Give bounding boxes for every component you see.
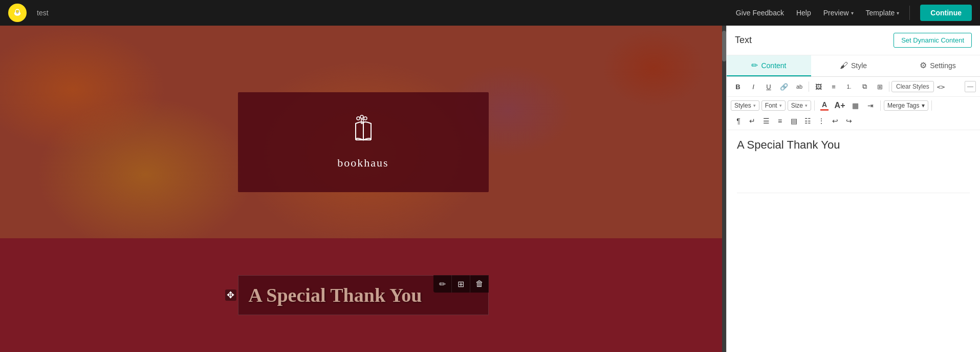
svg-rect-8 bbox=[361, 119, 363, 123]
toolbar2-separator-3 bbox=[931, 100, 932, 111]
size-dropdown[interactable]: Size ▾ bbox=[788, 100, 811, 111]
template-chevron-icon: ▾ bbox=[897, 10, 899, 16]
bold-button[interactable]: B bbox=[731, 80, 745, 93]
template-label: Template bbox=[866, 9, 895, 17]
edit-block-button[interactable]: ✏ bbox=[433, 275, 452, 293]
topnav-links: Give Feedback Help Preview ▾ Template ▾ bbox=[736, 9, 900, 17]
styles-chevron-icon: ▾ bbox=[753, 103, 756, 108]
svg-point-5 bbox=[357, 117, 360, 120]
panel-collapse-button[interactable]: — bbox=[965, 81, 976, 92]
font-chevron-icon: ▾ bbox=[779, 103, 782, 108]
strikethrough-button[interactable]: ab bbox=[792, 80, 807, 93]
merge-tags-chevron-icon: ▾ bbox=[922, 102, 925, 109]
duplicate-block-button[interactable]: ⊞ bbox=[452, 275, 470, 293]
panel-title: Text bbox=[735, 35, 752, 46]
leaves-section: bookhaus bbox=[0, 26, 726, 238]
italic-button[interactable]: I bbox=[746, 80, 760, 93]
underline-button[interactable]: U bbox=[761, 80, 776, 93]
clear-styles-button[interactable]: Clear Styles bbox=[891, 81, 934, 92]
table-button[interactable]: ▦ bbox=[848, 99, 862, 112]
canvas: bookhaus ✥ A Special Thank You ✏ ⊞ 🗑 bbox=[0, 26, 726, 352]
content-tab-icon: ✏ bbox=[751, 60, 758, 70]
block-toolbar: ✏ ⊞ 🗑 bbox=[433, 275, 489, 293]
canvas-background: bookhaus ✥ A Special Thank You ✏ ⊞ 🗑 bbox=[0, 26, 726, 352]
bookhaus-logo-icon bbox=[345, 114, 381, 152]
font-size-bigger-button[interactable]: A+ bbox=[833, 99, 846, 112]
canvas-scrollbar-thumb bbox=[722, 31, 726, 61]
preview-chevron-icon: ▾ bbox=[851, 10, 854, 16]
image-button[interactable]: 🖼 bbox=[811, 80, 825, 93]
delete-block-button[interactable]: 🗑 bbox=[470, 275, 489, 293]
panel-tabs: ✏ Content 🖌 Style ⚙ Settings bbox=[727, 55, 980, 77]
toolbar2-separator-2 bbox=[880, 100, 881, 111]
font-color-button[interactable]: A bbox=[818, 99, 831, 112]
move-handle-icon[interactable]: ✥ bbox=[225, 289, 236, 301]
set-dynamic-content-button[interactable]: Set Dynamic Content bbox=[894, 33, 972, 48]
editor-toolbar-row2: Styles ▾ Font ▾ Size ▾ A A+ ▦ ⇥ Merge Ta… bbox=[727, 97, 980, 130]
tab-style[interactable]: 🖌 Style bbox=[811, 55, 896, 76]
canvas-scrollbar[interactable] bbox=[722, 26, 726, 352]
ordered-list-button[interactable]: 1. bbox=[842, 80, 856, 93]
align-justify-button[interactable]: ☷ bbox=[801, 114, 814, 128]
align-indent-button[interactable]: ↵ bbox=[746, 114, 759, 128]
block-button-2[interactable]: ⊞ bbox=[873, 80, 887, 93]
tab-content[interactable]: ✏ Content bbox=[727, 55, 811, 76]
toolbar-separator-1 bbox=[809, 81, 809, 92]
unordered-list-button[interactable]: ≡ bbox=[826, 80, 841, 93]
block-button-1[interactable]: ⧉ bbox=[857, 80, 872, 93]
mailchimp-logo bbox=[8, 4, 27, 22]
redo-button[interactable]: ↪ bbox=[842, 114, 856, 128]
align-left-button[interactable]: ☰ bbox=[759, 114, 773, 128]
merge-tags-label: Merge Tags bbox=[887, 102, 919, 109]
tab-settings[interactable]: ⚙ Settings bbox=[896, 55, 980, 76]
editor-toolbar-row1: B I U 🔗 ab 🖼 ≡ 1. ⧉ ⊞ Clear Styles <> — bbox=[727, 77, 980, 97]
settings-tab-icon: ⚙ bbox=[920, 60, 927, 70]
paragraph-button[interactable]: ¶ bbox=[732, 114, 745, 128]
topnav: test Give Feedback Help Preview ▾ Templa… bbox=[0, 0, 980, 26]
preview-label: Preview bbox=[823, 9, 849, 17]
svg-point-7 bbox=[364, 117, 367, 120]
toolbar2-separator-1 bbox=[814, 100, 815, 111]
size-chevron-icon: ▾ bbox=[805, 103, 808, 108]
content-tab-label: Content bbox=[761, 61, 786, 70]
align-right-button[interactable]: ▤ bbox=[787, 114, 800, 128]
editor-content-divider bbox=[737, 193, 970, 193]
align-group: ¶ ↵ ☰ ≡ ▤ ☷ ⋮ ↩ ↪ bbox=[732, 114, 856, 128]
link-button[interactable]: 🔗 bbox=[777, 80, 791, 93]
style-tab-label: Style bbox=[851, 61, 867, 70]
editor-text-display[interactable]: A Special Thank You bbox=[737, 138, 970, 152]
text-block[interactable]: ✥ A Special Thank You ✏ ⊞ 🗑 bbox=[238, 275, 489, 315]
svg-point-3 bbox=[16, 11, 17, 11]
indent-button[interactable]: ⇥ bbox=[864, 99, 877, 112]
preview-dropdown[interactable]: Preview ▾ bbox=[823, 9, 854, 17]
list-indent-button[interactable]: ⋮ bbox=[815, 114, 828, 128]
panel-header: Text Set Dynamic Content bbox=[727, 26, 980, 55]
font-dropdown[interactable]: Font ▾ bbox=[761, 100, 786, 111]
give-feedback-link[interactable]: Give Feedback bbox=[736, 9, 784, 17]
font-dropdown-label: Font bbox=[765, 102, 777, 109]
bottom-section[interactable]: ✥ A Special Thank You ✏ ⊞ 🗑 bbox=[0, 238, 726, 352]
settings-tab-label: Settings bbox=[930, 61, 956, 70]
merge-tags-dropdown[interactable]: Merge Tags ▾ bbox=[884, 100, 928, 111]
code-button[interactable]: <> bbox=[935, 82, 947, 92]
styles-dropdown[interactable]: Styles ▾ bbox=[731, 100, 759, 111]
svg-point-4 bbox=[18, 11, 18, 11]
continue-button[interactable]: Continue bbox=[920, 5, 972, 21]
logo-text: bookhaus bbox=[337, 156, 388, 170]
styles-dropdown-label: Styles bbox=[734, 102, 751, 109]
font-color-bar bbox=[820, 109, 829, 111]
align-center-button[interactable]: ≡ bbox=[773, 114, 787, 128]
style-tab-icon: 🖌 bbox=[840, 61, 848, 70]
nav-divider bbox=[909, 6, 910, 20]
svg-point-6 bbox=[360, 115, 363, 118]
app-name: test bbox=[37, 9, 49, 17]
undo-button[interactable]: ↩ bbox=[829, 114, 842, 128]
editor-content-area[interactable]: A Special Thank You bbox=[727, 130, 980, 352]
template-dropdown[interactable]: Template ▾ bbox=[866, 9, 900, 17]
right-panel: Text Set Dynamic Content ✏ Content 🖌 Sty… bbox=[726, 26, 980, 352]
logo-box: bookhaus bbox=[238, 92, 489, 192]
help-link[interactable]: Help bbox=[796, 9, 811, 17]
main-area: bookhaus ✥ A Special Thank You ✏ ⊞ 🗑 bbox=[0, 26, 980, 352]
toolbar-separator-2 bbox=[889, 81, 889, 92]
size-dropdown-label: Size bbox=[791, 102, 803, 109]
